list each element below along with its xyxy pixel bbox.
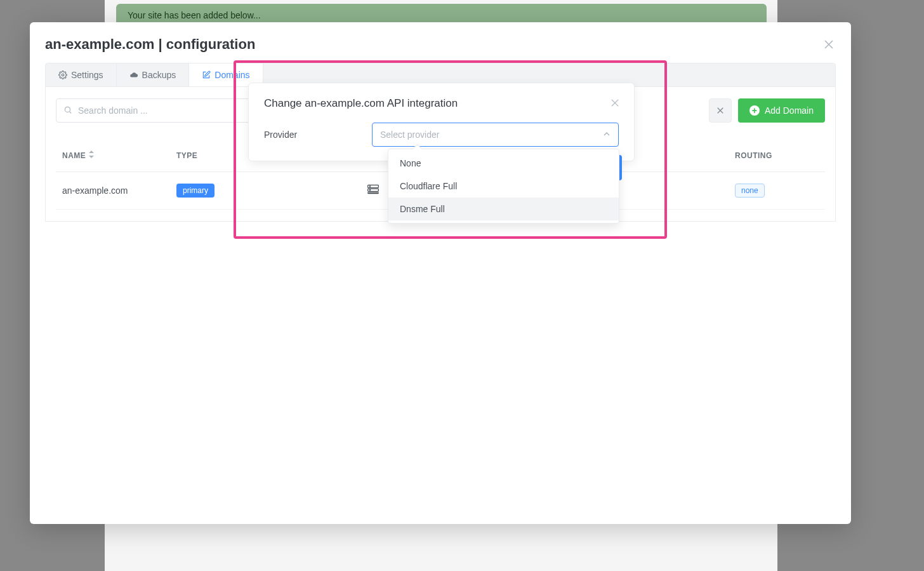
domain-name-cell: an-example.com bbox=[62, 185, 176, 196]
type-badge: primary bbox=[176, 184, 214, 198]
svg-point-5 bbox=[369, 186, 370, 187]
column-name[interactable]: NAME bbox=[62, 151, 176, 160]
routing-badge[interactable]: none bbox=[735, 184, 765, 198]
provider-dropdown: None Cloudflare Full Dnsme Full bbox=[388, 149, 619, 224]
column-type-label: TYPE bbox=[176, 151, 197, 160]
tab-label: Domains bbox=[214, 70, 249, 80]
search-input[interactable] bbox=[56, 98, 259, 123]
svg-point-0 bbox=[62, 74, 64, 76]
svg-point-6 bbox=[369, 190, 370, 191]
tab-settings[interactable]: Settings bbox=[46, 64, 117, 86]
success-banner-text: Your site has been added below... bbox=[128, 10, 261, 20]
modal-close-button[interactable] bbox=[824, 39, 836, 50]
edit-icon bbox=[202, 71, 211, 79]
close-icon bbox=[824, 40, 833, 49]
close-icon bbox=[717, 107, 723, 114]
sub-modal-header: Change an-example.com API integration bbox=[264, 97, 619, 110]
column-routing-label: ROUTING bbox=[735, 151, 772, 160]
close-icon bbox=[611, 99, 619, 107]
provider-label: Provider bbox=[264, 130, 359, 140]
dropdown-option-dnsme-full[interactable]: Dnsme Full bbox=[388, 198, 619, 220]
search-wrap bbox=[56, 98, 259, 123]
dropdown-option-cloudflare-full[interactable]: Cloudflare Full bbox=[388, 175, 619, 198]
clear-button[interactable] bbox=[709, 98, 732, 123]
type-cell: primary bbox=[176, 184, 291, 198]
sub-modal-title: Change an-example.com API integration bbox=[264, 97, 458, 110]
chevron-up-icon bbox=[603, 130, 610, 140]
tab-label: Backups bbox=[142, 70, 176, 80]
add-domain-label: Add Domain bbox=[765, 105, 814, 116]
plus-circle-icon: + bbox=[749, 105, 760, 116]
dropdown-option-none[interactable]: None bbox=[388, 152, 619, 175]
add-domain-button[interactable]: + Add Domain bbox=[738, 98, 825, 123]
svg-rect-4 bbox=[368, 192, 379, 194]
provider-select[interactable]: Select provider bbox=[372, 123, 619, 147]
sub-modal-body: Provider Select provider bbox=[264, 123, 619, 147]
search-icon bbox=[63, 105, 72, 117]
modal-header: an-example.com | configuration bbox=[30, 22, 851, 63]
modal-title: an-example.com | configuration bbox=[45, 36, 255, 53]
tab-label: Settings bbox=[71, 70, 103, 80]
right-controls: + Add Domain bbox=[709, 98, 825, 123]
column-routing: ROUTING bbox=[735, 151, 830, 160]
tab-backups[interactable]: Backups bbox=[117, 64, 190, 86]
sub-modal-close-button[interactable] bbox=[611, 98, 619, 109]
gear-icon bbox=[58, 71, 67, 79]
sort-icon bbox=[88, 151, 95, 160]
select-placeholder: Select provider bbox=[380, 130, 439, 140]
server-icon bbox=[367, 184, 380, 198]
svg-point-1 bbox=[65, 107, 70, 112]
routing-cell: none bbox=[735, 184, 830, 198]
column-name-label: NAME bbox=[62, 151, 86, 160]
cloud-icon bbox=[129, 71, 138, 79]
